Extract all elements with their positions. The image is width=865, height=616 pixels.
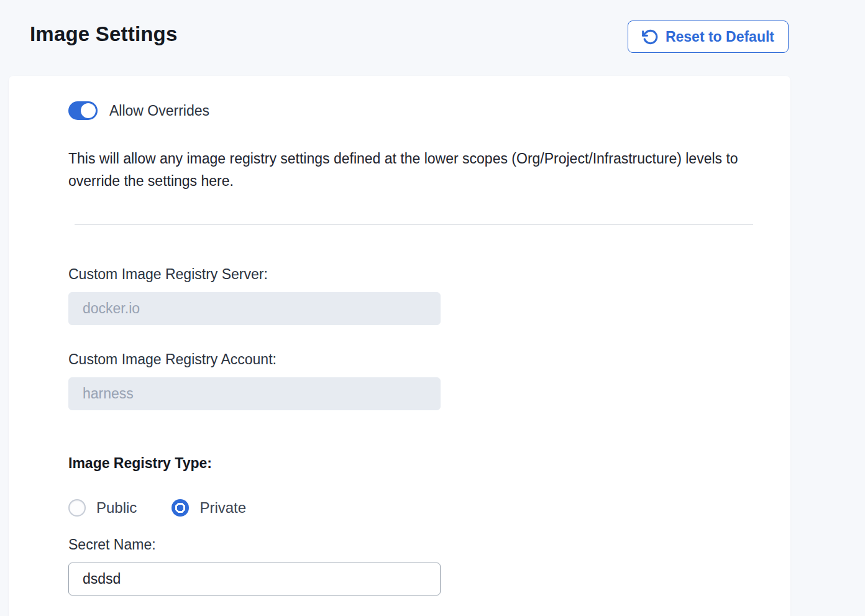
reset-to-default-button[interactable]: Reset to Default [628, 21, 789, 53]
registry-type-label: Image Registry Type: [68, 455, 766, 472]
reset-button-label: Reset to Default [666, 29, 774, 45]
registry-account-label: Custom Image Registry Account: [68, 351, 766, 368]
radio-private-label: Private [199, 499, 246, 517]
overrides-description: This will allow any image registry setti… [68, 147, 761, 192]
registry-server-label: Custom Image Registry Server: [68, 266, 766, 283]
registry-account-input [68, 377, 441, 410]
toggle-knob [81, 103, 96, 118]
section-divider [75, 224, 753, 225]
allow-overrides-row: Allow Overrides [68, 101, 766, 120]
secret-name-input[interactable] [68, 563, 441, 595]
radio-public-icon[interactable] [68, 499, 86, 517]
secret-name-label: Secret Name: [68, 536, 766, 553]
radio-public-label: Public [96, 499, 137, 517]
registry-server-input [68, 292, 441, 325]
page-header: Image Settings Reset to Default [0, 0, 865, 76]
allow-overrides-toggle[interactable] [68, 101, 98, 120]
image-settings-card: Allow Overrides This will allow any imag… [9, 76, 790, 616]
registry-type-radio-group: Public Private [68, 499, 766, 517]
radio-option-private[interactable]: Private [172, 499, 246, 517]
radio-option-public[interactable]: Public [68, 499, 137, 517]
radio-private-icon[interactable] [172, 499, 189, 517]
page-title: Image Settings [30, 22, 178, 46]
allow-overrides-label: Allow Overrides [109, 103, 209, 119]
reset-ccw-icon [642, 29, 659, 45]
